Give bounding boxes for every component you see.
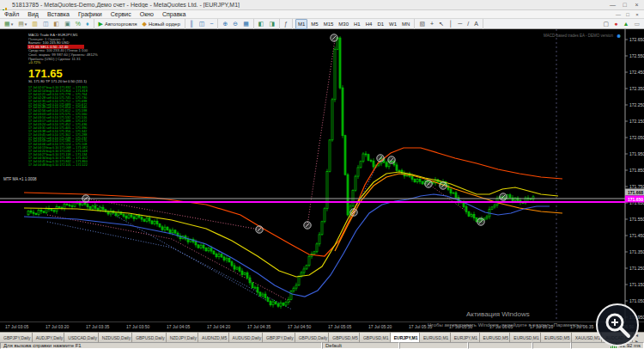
timeframe-m1-button[interactable]: M1 xyxy=(295,19,307,29)
blank-tool-button[interactable]: ▭ xyxy=(632,20,641,28)
chart-tab-eurjpy-m1[interactable]: EURJPY,M1 xyxy=(391,333,420,342)
chart-tab-audusd-daily[interactable]: AUDUSD,Daily xyxy=(229,333,264,342)
menu-item-1[interactable]: Вид xyxy=(23,10,43,19)
window-list-button[interactable]: ▢ xyxy=(602,20,611,28)
price-tick-label: 171.550 xyxy=(629,217,644,222)
trade-marker[interactable] xyxy=(388,156,395,163)
new-chart-button[interactable]: ▦▾ xyxy=(3,20,15,28)
trade-marker[interactable] xyxy=(425,181,432,187)
price-tick-label: 171.250 xyxy=(629,266,644,271)
chart-tab-audjpy-daily[interactable]: AUDJPY,Daily xyxy=(33,333,65,342)
trade-marker[interactable] xyxy=(331,34,337,41)
menu-item-0[interactable]: Файл xyxy=(0,10,23,19)
chart-tab-eurjpy-m1[interactable]: EURJPY,M1 xyxy=(451,333,480,342)
zoom-in-button[interactable]: ⊕ xyxy=(221,20,229,28)
cursor-button[interactable]: ↖ xyxy=(437,20,446,28)
bars-chart-button[interactable]: ║ xyxy=(188,20,196,28)
menu-item-5[interactable]: Окно xyxy=(136,10,158,19)
templates-button[interactable]: ▧ xyxy=(417,20,427,28)
timeframe-w1-button[interactable]: W1 xyxy=(387,20,398,28)
timeframe-m15-button[interactable]: M15 xyxy=(322,20,336,28)
chart-tab-nzdusd-daily[interactable]: NZDUSD,Daily xyxy=(99,333,132,342)
timeframe-m5-button[interactable]: M5 xyxy=(309,20,319,28)
chart-tab-gbpusd-daily[interactable]: GBPUSD,Daily xyxy=(295,333,330,342)
trade-marker[interactable] xyxy=(304,222,311,229)
trendline-tool-button[interactable]: / xyxy=(465,20,471,28)
menu-item-3[interactable]: Графики xyxy=(74,10,106,19)
chart-area[interactable]: 172.650172.550172.450172.350172.250172.1… xyxy=(0,29,644,321)
trade-marker[interactable] xyxy=(256,226,263,233)
chart-tab-eurusd-m1[interactable]: EURUSD,M1 xyxy=(510,333,541,342)
group-draw-tools: ▧+↖│─/A xyxy=(415,19,483,29)
timeframe-h4-button-label: H4 xyxy=(366,21,373,27)
chart-tab-eurusd-m1[interactable]: EURUSD,M1 xyxy=(420,333,451,342)
ea-smiley-icon[interactable]: ☻ xyxy=(616,33,622,39)
close-button[interactable]: × xyxy=(631,1,642,9)
crosshair-button-icon: + xyxy=(430,20,434,28)
data-window-button[interactable]: ◫ xyxy=(41,20,51,28)
menu-item-6[interactable]: Справка xyxy=(158,10,190,19)
trade-marker[interactable] xyxy=(377,155,384,162)
dropdown-arrow-icon[interactable]: ▾ xyxy=(11,21,14,27)
crosshair-button[interactable]: + xyxy=(428,20,435,28)
new-chart-button-icon: ▦ xyxy=(4,20,10,28)
indicators-button[interactable]: ƒ xyxy=(283,20,289,28)
chart-tab-gbpusd-m5[interactable]: GBPUSD,M5 xyxy=(329,333,360,342)
chart-tab-eurusd-m5[interactable]: EURUSD,M5 xyxy=(480,333,511,342)
hline-tool-button[interactable]: ─ xyxy=(456,20,464,28)
timeframe-h1-button[interactable]: H1 xyxy=(352,20,362,28)
restore-button[interactable]: □ xyxy=(619,1,630,9)
chart-tab-audnzd-m5[interactable]: AUDNZD,M5 xyxy=(198,333,228,342)
menu-item-2[interactable]: Вставка xyxy=(43,10,74,19)
menu-bar: ФайлВидВставкаГрафикиСервисОкноСправка —… xyxy=(0,10,644,19)
tile-windows-button[interactable]: ▦ xyxy=(241,20,251,28)
trade-marker[interactable] xyxy=(82,195,89,202)
vline-tool-button[interactable]: │ xyxy=(447,20,454,28)
timeframe-mn-button[interactable]: MN xyxy=(400,20,411,28)
chart-tab-gbpusd-daily[interactable]: GBPUSD,Daily xyxy=(132,333,167,342)
chart-tab-gbpusd-m1[interactable]: GBPUSD,M1 xyxy=(360,333,391,342)
chart-restore-button[interactable]: □ xyxy=(623,11,632,18)
candles-chart-button[interactable]: ◫ xyxy=(197,20,207,28)
tile-windows-button-icon: ▦ xyxy=(243,20,249,28)
trade-marker[interactable] xyxy=(477,218,484,225)
chart-close-button[interactable]: × xyxy=(633,11,641,18)
trade-marker[interactable] xyxy=(440,182,447,189)
timeframe-m30-button[interactable]: M30 xyxy=(337,20,350,28)
status-help-text: Для вызова справки нажмите F1 xyxy=(0,342,322,349)
dropdown-arrow-icon[interactable]: ▾ xyxy=(25,21,27,27)
alerts-button[interactable]: ♦ xyxy=(84,20,91,28)
chart-tab-usdcad-daily[interactable]: USDCAD,Daily xyxy=(64,333,99,342)
dock-right-button[interactable]: ◨ xyxy=(267,20,276,28)
autotrading-button[interactable]: ▶Автоторговля xyxy=(97,20,139,28)
zoom-out-button[interactable]: ⊖ xyxy=(231,20,240,28)
new-order-button[interactable]: ◆Новый ордер xyxy=(140,20,181,28)
line-chart-button[interactable]: ~ xyxy=(208,20,215,28)
chart-tab-nzdjpy-daily[interactable]: NZDJPY,Daily xyxy=(167,333,198,342)
status-profile[interactable]: Default xyxy=(322,342,399,349)
text-tool-button[interactable]: A xyxy=(472,20,480,28)
timeframe-h4-button[interactable]: H4 xyxy=(364,20,374,28)
trade-marker[interactable] xyxy=(350,209,357,216)
menu-item-4[interactable]: Сервис xyxy=(106,10,136,19)
chart-canvas[interactable]: 172.650172.550172.450172.350172.250172.1… xyxy=(0,29,644,321)
chart-tab-eurusd-m5[interactable]: EURUSD,M5 xyxy=(541,333,572,342)
chart-minimize-button[interactable]: — xyxy=(614,11,623,18)
profiles-button[interactable]: ▤▾ xyxy=(16,20,28,28)
dock-left-button-icon: ◧ xyxy=(258,20,264,28)
market-watch-button[interactable]: ▥ xyxy=(30,20,39,28)
chart-tab-gbpjpy-daily[interactable]: GBPJPY,Daily xyxy=(0,333,33,342)
magnifier-overlay-button[interactable] xyxy=(596,303,639,346)
time-label: 17 Jul 04:20 xyxy=(207,324,230,329)
chart-shift-button[interactable]: ▲ xyxy=(621,20,630,28)
alert-badge-button[interactable]: ● xyxy=(612,20,619,28)
terminal-button[interactable]: ▣ xyxy=(63,20,72,28)
status-cell-3 xyxy=(532,342,571,349)
trade-marker[interactable] xyxy=(500,193,507,200)
dock-left-button[interactable]: ◧ xyxy=(257,20,266,28)
chart-tab-gbpjpy-daily[interactable]: GBPJPY,Daily xyxy=(263,333,295,342)
minimize-button[interactable]: — xyxy=(607,1,618,9)
timeframe-d1-button[interactable]: D1 xyxy=(375,20,386,28)
strategy-tester-button[interactable]: % xyxy=(74,20,82,28)
navigator-button[interactable]: ◧ xyxy=(52,20,62,28)
